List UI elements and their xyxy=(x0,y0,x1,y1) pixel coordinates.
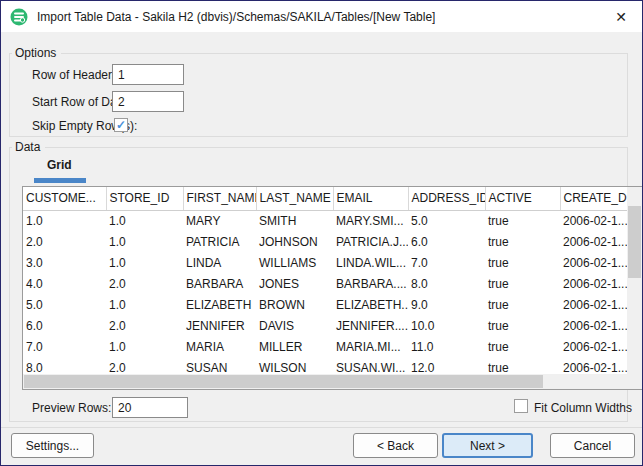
grid-cell[interactable]: 2006-02-1... xyxy=(560,231,627,252)
grid-cell[interactable]: 2006-02-1... xyxy=(560,315,627,336)
grid-cell[interactable]: MARY xyxy=(183,210,256,231)
cancel-button[interactable]: Cancel xyxy=(550,433,635,458)
grid-cell[interactable]: 1.0 xyxy=(106,210,183,231)
grid-cell[interactable]: 7.0 xyxy=(408,252,485,273)
grid-cell[interactable]: 9.0 xyxy=(408,294,485,315)
grid-cell[interactable]: 11.0 xyxy=(408,336,485,357)
grid-cell[interactable]: 4.0 xyxy=(23,273,106,294)
grid-cell[interactable]: MILLER xyxy=(256,336,333,357)
tab-grid-active-indicator xyxy=(34,178,86,183)
grid-column-header[interactable]: CUSTOME... xyxy=(23,187,106,210)
grid-cell[interactable]: WILLIAMS xyxy=(256,252,333,273)
horizontal-scrollbar-thumb[interactable] xyxy=(24,375,543,388)
grid-cell[interactable]: BARBARA.... xyxy=(333,273,408,294)
vertical-scrollbar[interactable] xyxy=(627,187,642,389)
grid-cell[interactable]: true xyxy=(485,231,560,252)
close-icon[interactable]: ✕ xyxy=(600,1,642,32)
import-table-data-dialog: Import Table Data - Sakila H2 (dbvis)/Sc… xyxy=(0,0,643,466)
grid-column-header[interactable]: EMAIL xyxy=(333,187,408,210)
grid-column-header[interactable]: ADDRESS_ID xyxy=(408,187,485,210)
grid-cell[interactable]: 7.0 xyxy=(23,336,106,357)
grid-cell[interactable]: 2006-02-1... xyxy=(560,252,627,273)
grid-cell[interactable]: 2006-02-1... xyxy=(560,336,627,357)
grid-cell[interactable]: PATRICIA xyxy=(183,231,256,252)
grid-cell[interactable]: JONES xyxy=(256,273,333,294)
grid-cell[interactable]: 1.0 xyxy=(106,294,183,315)
grid-cell[interactable]: 10.0 xyxy=(408,315,485,336)
fit-column-widths-checkbox[interactable] xyxy=(514,399,528,413)
horizontal-scrollbar[interactable] xyxy=(23,374,627,389)
grid-column-header[interactable]: LAST_NAME xyxy=(256,187,333,210)
grid-row[interactable]: 4.02.0BARBARAJONESBARBARA....8.0true2006… xyxy=(23,273,627,294)
grid-column-header[interactable]: STORE_ID xyxy=(106,187,183,210)
options-group-label: Options xyxy=(12,46,61,60)
grid-cell[interactable]: 2006-02-1... xyxy=(560,273,627,294)
grid-cell[interactable]: true xyxy=(485,252,560,273)
app-database-icon xyxy=(10,8,28,26)
grid-column-header[interactable]: FIRST_NAME xyxy=(183,187,256,210)
grid-cell[interactable]: SMITH xyxy=(256,210,333,231)
grid-cell[interactable]: true xyxy=(485,273,560,294)
data-group-label: Data xyxy=(12,140,45,154)
start-row-of-data-input[interactable] xyxy=(112,91,184,112)
back-button[interactable]: < Back xyxy=(353,433,438,458)
grid-cell[interactable]: 2006-02-1... xyxy=(560,294,627,315)
grid-cell[interactable]: 3.0 xyxy=(23,252,106,273)
grid-cell[interactable]: 1.0 xyxy=(106,231,183,252)
grid-row[interactable]: 3.01.0LINDAWILLIAMSLINDA.WIL...7.0true20… xyxy=(23,252,627,273)
data-preview-grid: CUSTOME...STORE_IDFIRST_NAMELAST_NAMEEMA… xyxy=(22,186,643,390)
grid-cell[interactable]: 2.0 xyxy=(23,231,106,252)
grid-cell[interactable]: 2006-02-1... xyxy=(560,210,627,231)
grid-row[interactable]: 6.02.0JENNIFERDAVISJENNIFER....10.0true2… xyxy=(23,315,627,336)
row-of-header-label: Row of Header: xyxy=(32,68,115,82)
grid-cell[interactable]: MARIA xyxy=(183,336,256,357)
grid-cell[interactable]: MARIA.MI... xyxy=(333,336,408,357)
grid-cell[interactable]: JENNIFER xyxy=(183,315,256,336)
grid-cell[interactable]: ELIZABETH xyxy=(183,294,256,315)
skip-empty-rows-checkbox[interactable]: ✓ xyxy=(114,118,128,132)
grid-cell[interactable]: JENNIFER.... xyxy=(333,315,408,336)
row-of-header-input[interactable] xyxy=(112,64,184,85)
grid-cell[interactable]: true xyxy=(485,294,560,315)
bottom-separator xyxy=(1,427,643,428)
vertical-scrollbar-thumb[interactable] xyxy=(628,206,641,278)
grid-cell[interactable]: MARY.SMI... xyxy=(333,210,408,231)
grid-cell[interactable]: 2.0 xyxy=(106,315,183,336)
grid-cell[interactable]: 1.0 xyxy=(106,252,183,273)
grid-cell[interactable]: JOHNSON xyxy=(256,231,333,252)
grid-row[interactable]: 7.01.0MARIAMILLERMARIA.MI...11.0true2006… xyxy=(23,336,627,357)
grid-cell[interactable]: true xyxy=(485,315,560,336)
window-title: Import Table Data - Sakila H2 (dbvis)/Sc… xyxy=(37,10,435,24)
grid-column-header[interactable]: CREATE_D... xyxy=(560,187,627,210)
grid-cell[interactable]: BROWN xyxy=(256,294,333,315)
grid-cell[interactable]: true xyxy=(485,210,560,231)
grid-cell[interactable]: true xyxy=(485,336,560,357)
grid-cell[interactable]: DAVIS xyxy=(256,315,333,336)
grid-cell[interactable]: 5.0 xyxy=(23,294,106,315)
next-button[interactable]: Next > xyxy=(442,433,533,458)
data-group: Data Grid CUSTOME...STORE_IDFIRST_NAMELA… xyxy=(9,147,628,422)
grid-cell[interactable]: LINDA xyxy=(183,252,256,273)
preview-rows-input[interactable] xyxy=(112,397,188,418)
grid-row[interactable]: 1.01.0MARYSMITHMARY.SMI...5.0true2006-02… xyxy=(23,210,627,231)
grid-row[interactable]: 5.01.0ELIZABETHBROWNELIZABETH...9.0true2… xyxy=(23,294,627,315)
grid-cell[interactable]: PATRICIA.J... xyxy=(333,231,408,252)
grid-row[interactable]: 2.01.0PATRICIAJOHNSONPATRICIA.J...6.0tru… xyxy=(23,231,627,252)
grid-cell[interactable]: 2.0 xyxy=(106,273,183,294)
options-group: Options Row of Header: Start Row of Data… xyxy=(9,53,628,137)
grid-cell[interactable]: 1.0 xyxy=(106,336,183,357)
grid-cell[interactable]: LINDA.WIL... xyxy=(333,252,408,273)
grid-cell[interactable]: 6.0 xyxy=(408,231,485,252)
title-bar: Import Table Data - Sakila H2 (dbvis)/Sc… xyxy=(1,1,642,32)
grid-cell[interactable]: ELIZABETH... xyxy=(333,294,408,315)
settings-button[interactable]: Settings... xyxy=(11,433,94,458)
grid-cell[interactable]: 5.0 xyxy=(408,210,485,231)
grid-cell[interactable]: 1.0 xyxy=(23,210,106,231)
grid-cell[interactable]: 6.0 xyxy=(23,315,106,336)
preview-rows-label: Preview Rows: xyxy=(32,401,111,415)
scrollbar-corner xyxy=(627,374,642,389)
grid-cell[interactable]: 8.0 xyxy=(408,273,485,294)
tab-grid[interactable]: Grid xyxy=(47,158,72,172)
grid-column-header[interactable]: ACTIVE xyxy=(485,187,560,210)
grid-cell[interactable]: BARBARA xyxy=(183,273,256,294)
